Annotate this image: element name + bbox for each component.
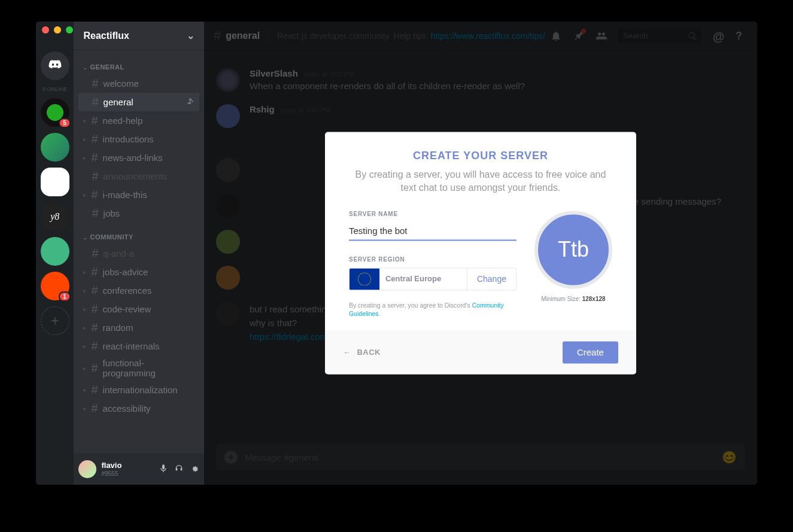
arrow-left-icon: ← — [343, 348, 351, 357]
server-item-active[interactable] — [41, 168, 69, 196]
server-name-label: SERVER NAME — [349, 211, 516, 217]
discord-window: 0 ONLINE 5 y8 1 + Reactiflux ⌄ ⌄ GENERAL… — [36, 22, 757, 485]
category-label[interactable]: ⌄ GENERAL — [78, 60, 199, 74]
guidelines-text: By creating a server, you agree to Disco… — [349, 301, 516, 318]
username: flavio — [101, 461, 153, 470]
server-item[interactable] — [41, 133, 69, 162]
channel-sidebar: Reactiflux ⌄ ⌄ GENERAL #welcome #general… — [74, 22, 203, 485]
channel-jobs[interactable]: #jobs — [78, 204, 199, 223]
minimize-window-icon[interactable] — [54, 26, 61, 34]
modal-title: CREATE YOUR SERVER — [349, 150, 612, 162]
server-badge: 5 — [59, 118, 71, 128]
server-item[interactable]: 5 — [41, 98, 69, 127]
category-label[interactable]: ⌄ COMMUNITY — [78, 230, 199, 244]
channel-need-help[interactable]: ▸#need-help — [78, 111, 199, 130]
server-item[interactable] — [41, 237, 69, 266]
channel-news-and-links[interactable]: ▸#news-and-links — [78, 148, 199, 167]
channel-internationalization[interactable]: ▸#internationalization — [78, 381, 199, 399]
channel-functional-programming[interactable]: ▸#functional-programming — [78, 355, 199, 381]
server-avatar-upload[interactable]: Ttb — [534, 211, 612, 288]
chat-area: # general React.js developer community. … — [204, 22, 757, 485]
channel-q-and-a[interactable]: #q-and-a — [78, 244, 199, 263]
window-traffic-lights[interactable] — [42, 26, 73, 34]
maximize-window-icon[interactable] — [66, 26, 73, 34]
mute-icon[interactable] — [159, 464, 168, 475]
server-item[interactable]: 1 — [41, 272, 69, 300]
user-info: flavio #9555 — [101, 461, 153, 478]
server-list: 0 ONLINE 5 y8 1 + — [36, 22, 74, 485]
channel-conferences[interactable]: ▸#conferences — [78, 281, 199, 300]
server-item[interactable]: y8 — [41, 202, 69, 231]
region-selector: Central Europe Change — [349, 267, 516, 290]
close-window-icon[interactable] — [42, 26, 49, 34]
user-discriminator: #9555 — [101, 470, 153, 478]
settings-icon[interactable] — [190, 464, 199, 475]
server-badge: 1 — [59, 291, 71, 302]
channel-jobs-advice[interactable]: ▸#jobs-advice — [78, 263, 199, 281]
create-button[interactable]: Create — [563, 342, 618, 364]
channel-list[interactable]: ⌄ GENERAL #welcome #general ▸#need-help … — [74, 50, 203, 454]
channel-general[interactable]: #general — [78, 93, 199, 111]
server-region-label: SERVER REGION — [349, 256, 516, 263]
chevron-down-icon: ⌄ — [187, 30, 195, 41]
avatar[interactable] — [78, 460, 96, 478]
user-bar: flavio #9555 — [74, 454, 203, 485]
server-name: Reactiflux — [83, 31, 186, 41]
back-button[interactable]: ← BACK — [343, 348, 381, 357]
channel-i-made-this[interactable]: ▸#i-made-this — [78, 186, 199, 204]
add-server-button[interactable]: + — [41, 306, 69, 335]
deafen-icon[interactable] — [174, 464, 184, 475]
invite-icon[interactable] — [186, 97, 195, 107]
channel-random[interactable]: ▸#random — [78, 318, 199, 337]
channel-accessibility[interactable]: ▸#accessibility — [78, 399, 199, 418]
server-header[interactable]: Reactiflux ⌄ — [74, 22, 203, 50]
discord-logo-icon — [47, 57, 63, 74]
channel-code-review[interactable]: ▸#code-review — [78, 300, 199, 318]
region-name: Central Europe — [379, 268, 467, 290]
home-button[interactable] — [41, 51, 69, 80]
change-region-button[interactable]: Change — [467, 268, 516, 290]
channel-announcements[interactable]: #announcements — [78, 167, 199, 186]
channel-react-internals[interactable]: ▸#react-internals — [78, 337, 199, 355]
channel-welcome[interactable]: #welcome — [78, 74, 199, 93]
avatar-size-hint: Minimum Size: 128x128 — [541, 296, 605, 302]
server-name-input[interactable] — [349, 222, 516, 241]
channel-introductions[interactable]: ▸#introductions — [78, 130, 199, 148]
eu-flag-icon — [350, 268, 379, 290]
create-server-modal: CREATE YOUR SERVER By creating a server,… — [325, 132, 636, 374]
online-count: 0 ONLINE — [42, 86, 67, 92]
modal-subtitle: By creating a server, you will have acce… — [349, 168, 612, 195]
